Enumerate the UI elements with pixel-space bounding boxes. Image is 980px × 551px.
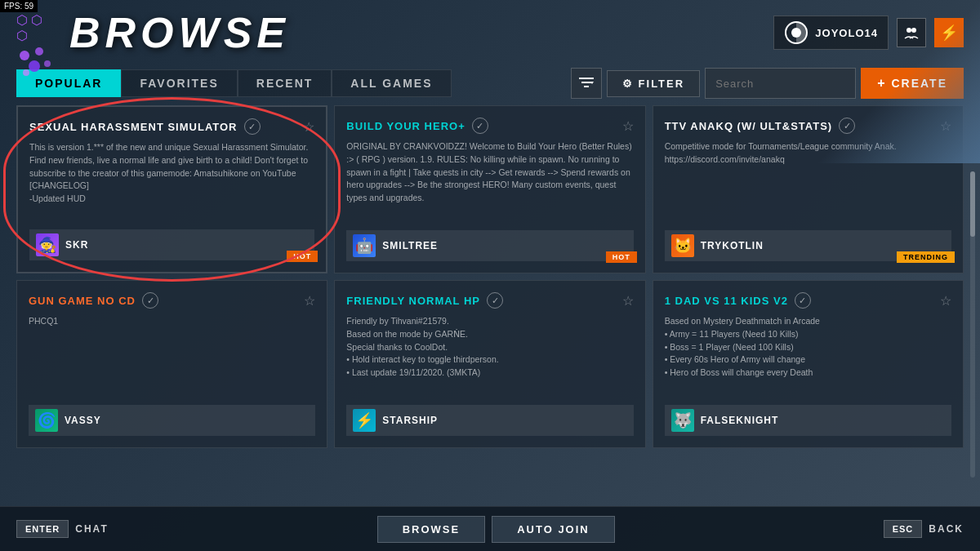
card-header: TTV ANAKQ (W/ ULT&STATS) ✓ ☆ bbox=[665, 118, 951, 134]
bottom-left: ENTER CHAT bbox=[16, 520, 109, 538]
star-icon[interactable]: ☆ bbox=[304, 293, 315, 309]
card-description: PHCQ1 bbox=[29, 315, 315, 398]
card-description: Based on Mystery Deathmatch in Arcade• A… bbox=[665, 315, 951, 398]
badge-hot: HOT bbox=[606, 251, 637, 263]
badge-trending: TRENDING bbox=[897, 251, 955, 263]
svg-point-2 bbox=[29, 60, 40, 72]
esc-key: ESC bbox=[884, 520, 923, 538]
card-title: 1 DAD VS 11 KIDS V2 bbox=[665, 295, 788, 307]
header-left: BROWSE bbox=[16, 8, 290, 57]
browse-button[interactable]: BROWSE bbox=[377, 516, 486, 543]
tab-recent[interactable]: RECENT bbox=[238, 69, 332, 97]
bottom-right: ESC BACK bbox=[884, 520, 964, 538]
bottom-center: BROWSE AUTO JOIN bbox=[377, 516, 615, 543]
search-input[interactable] bbox=[705, 68, 856, 99]
creator-name: SKR bbox=[65, 239, 88, 251]
header-right: JOYOLO14 ⚡ bbox=[773, 16, 964, 50]
tab-favorites[interactable]: FAVORITES bbox=[121, 69, 237, 97]
header: BROWSE JOYOLO14 ⚡ bbox=[0, 0, 980, 61]
card-title: TTV ANAKQ (W/ ULT&STATS) bbox=[665, 120, 833, 132]
creator-avatar: 🤖 bbox=[353, 234, 376, 257]
filter-label: FILTER bbox=[639, 78, 685, 90]
bottom-bar: ENTER CHAT BROWSE AUTO JOIN ESC BACK bbox=[0, 506, 980, 551]
svg-point-0 bbox=[20, 51, 29, 60]
chat-label: CHAT bbox=[75, 523, 108, 535]
card-item-4[interactable]: FRIENDLY NORMAL HP ✓ ☆ Friendly by Tihva… bbox=[334, 280, 645, 448]
info-icon[interactable]: ✓ bbox=[244, 118, 261, 135]
card-title-row: FRIENDLY NORMAL HP ✓ bbox=[346, 292, 503, 309]
currency-icon-button[interactable]: ⚡ bbox=[934, 18, 964, 47]
scroll-track[interactable] bbox=[970, 171, 975, 478]
username-label: JOYOLO14 bbox=[815, 27, 878, 39]
card-description: Friendly by Tihvani#21579.Based on the m… bbox=[346, 315, 633, 398]
creator-avatar: 🐱 bbox=[671, 234, 694, 257]
sort-icon-button[interactable] bbox=[571, 68, 602, 99]
card-header: FRIENDLY NORMAL HP ✓ ☆ bbox=[346, 292, 633, 309]
cards-grid: SEXUAL HARASSMENT SIMULATOR ✓ ☆ This is … bbox=[0, 105, 980, 448]
creator-avatar: 🌀 bbox=[35, 409, 58, 432]
svg-point-4 bbox=[23, 69, 29, 76]
tab-all-games[interactable]: ALL GAMES bbox=[332, 69, 451, 97]
info-icon[interactable]: ✓ bbox=[839, 118, 855, 134]
card-header: GUN GAME NO CD ✓ ☆ bbox=[29, 292, 315, 309]
card-description: Competitive mode for Tournaments/League … bbox=[665, 140, 951, 224]
star-icon[interactable]: ☆ bbox=[303, 119, 314, 135]
star-icon[interactable]: ☆ bbox=[940, 293, 951, 309]
fps-counter: FPS: 59 bbox=[0, 0, 38, 12]
creator-name: FALSEKNIGHT bbox=[701, 415, 779, 426]
star-icon[interactable]: ☆ bbox=[622, 118, 634, 134]
card-footer: 🤖 SMILTREE bbox=[346, 230, 633, 261]
badge-hot: HOT bbox=[287, 251, 318, 262]
card-title: SEXUAL HARASSMENT SIMULATOR bbox=[29, 121, 238, 133]
card-item-2[interactable]: TTV ANAKQ (W/ ULT&STATS) ✓ ☆ Competitive… bbox=[653, 105, 964, 273]
info-icon[interactable]: ✓ bbox=[472, 118, 488, 134]
svg-point-7 bbox=[906, 28, 911, 33]
card-item-0[interactable]: SEXUAL HARASSMENT SIMULATOR ✓ ☆ This is … bbox=[16, 105, 327, 273]
svg-point-3 bbox=[44, 60, 51, 67]
tabs-left: POPULAR FAVORITES RECENT ALL GAMES bbox=[16, 69, 452, 97]
creator-avatar: 🐺 bbox=[671, 409, 694, 432]
logo-dots-icon bbox=[16, 12, 57, 53]
currency-icon: ⚡ bbox=[940, 24, 958, 42]
filter-button[interactable]: ⚙ FILTER bbox=[607, 70, 701, 97]
tabs-right: ⚙ FILTER + CREATE bbox=[571, 68, 964, 99]
auto-join-button[interactable]: AUTO JOIN bbox=[492, 516, 615, 543]
create-button[interactable]: + CREATE bbox=[861, 68, 964, 99]
scroll-thumb[interactable] bbox=[970, 171, 975, 237]
card-item-5[interactable]: 1 DAD VS 11 KIDS V2 ✓ ☆ Based on Mystery… bbox=[653, 280, 964, 448]
card-header: BUILD YOUR HERO+ ✓ ☆ bbox=[346, 118, 633, 134]
tab-bar: POPULAR FAVORITES RECENT ALL GAMES ⚙ FIL… bbox=[0, 61, 980, 105]
card-footer: 🐺 FALSEKNIGHT bbox=[665, 405, 951, 436]
card-title: BUILD YOUR HERO+ bbox=[346, 120, 465, 132]
card-title-row: 1 DAD VS 11 KIDS V2 ✓ bbox=[665, 292, 811, 309]
card-header: SEXUAL HARASSMENT SIMULATOR ✓ ☆ bbox=[29, 118, 314, 135]
creator-name: TRYKOTLIN bbox=[701, 240, 764, 251]
card-item-1[interactable]: BUILD YOUR HERO+ ✓ ☆ ORIGINAL BY CRANKVO… bbox=[334, 105, 645, 273]
svg-rect-10 bbox=[581, 82, 591, 83]
enter-key: ENTER bbox=[16, 520, 69, 538]
creator-name: SMILTREE bbox=[382, 240, 438, 251]
card-title-row: GUN GAME NO CD ✓ bbox=[29, 292, 158, 309]
card-footer: 🧙 SKR bbox=[29, 229, 314, 260]
star-icon[interactable]: ☆ bbox=[940, 118, 951, 134]
user-section[interactable]: JOYOLO14 bbox=[773, 16, 889, 50]
plus-icon: + bbox=[877, 76, 886, 91]
info-icon[interactable]: ✓ bbox=[487, 292, 503, 309]
overwatch-logo-icon bbox=[784, 20, 808, 45]
info-icon[interactable]: ✓ bbox=[795, 292, 811, 309]
card-title-row: BUILD YOUR HERO+ ✓ bbox=[346, 118, 488, 134]
back-label: BACK bbox=[929, 523, 964, 535]
card-title-row: TTV ANAKQ (W/ ULT&STATS) ✓ bbox=[665, 118, 856, 134]
card-title: FRIENDLY NORMAL HP bbox=[346, 295, 480, 307]
info-icon[interactable]: ✓ bbox=[142, 292, 158, 309]
star-icon[interactable]: ☆ bbox=[622, 293, 634, 309]
page-title: BROWSE bbox=[69, 8, 290, 57]
svg-rect-11 bbox=[584, 86, 589, 87]
svg-rect-9 bbox=[579, 78, 594, 79]
card-item-3[interactable]: GUN GAME NO CD ✓ ☆ PHCQ1 🌀 VASSY bbox=[16, 280, 327, 448]
card-header: 1 DAD VS 11 KIDS V2 ✓ ☆ bbox=[665, 292, 951, 309]
card-title-row: SEXUAL HARASSMENT SIMULATOR ✓ bbox=[29, 118, 261, 135]
group-icon-button[interactable] bbox=[897, 18, 926, 47]
card-footer: ⚡ STARSHIP bbox=[346, 405, 633, 436]
card-title: GUN GAME NO CD bbox=[29, 295, 136, 307]
